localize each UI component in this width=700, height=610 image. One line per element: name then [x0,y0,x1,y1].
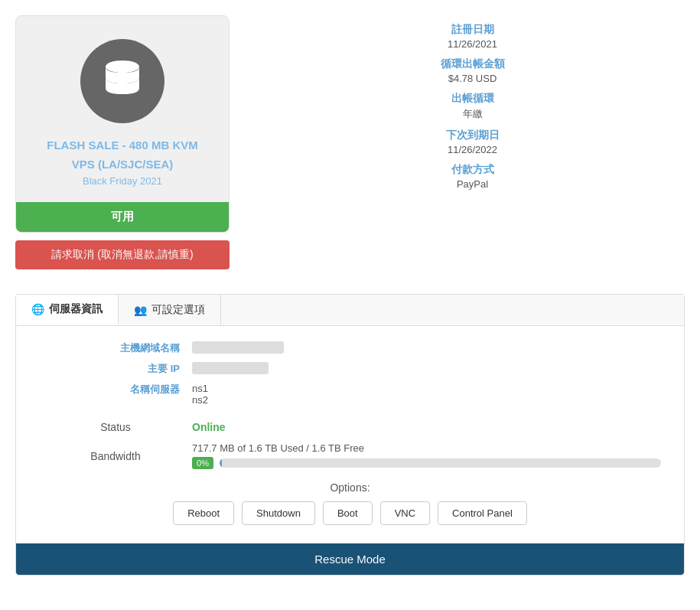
progress-bar-bg [220,458,661,468]
bandwidth-text: 717.7 MB of 1.6 TB Used / 1.6 TB Free [192,442,661,454]
top-section: FLASH SALE - 480 MB KVM VPS (LA/SJC/SEA)… [15,15,685,282]
progress-bar-wrapper: 0% [192,457,661,469]
product-subtitle: Black Friday 2021 [83,175,162,187]
hostname-blurred [192,341,284,354]
billing-cycle-value: 年繳 [260,107,685,121]
bandwidth-row: Bandwidth 717.7 MB of 1.6 TB Used / 1.6 … [39,442,661,469]
database-icon [99,57,145,106]
svg-point-0 [106,60,139,73]
boot-button[interactable]: Boot [323,501,373,525]
percent-badge: 0% [192,457,213,469]
tab-content: 主機網域名稱 主要 IP 名稱伺服器 ns1 ns2 Status Online [16,326,684,540]
product-status-bar: 可用 [16,202,229,232]
cancel-button[interactable]: 請求取消 (取消無退款,請慎重) [15,240,230,269]
progress-bar-fill [220,458,222,468]
globe-icon: 🌐 [31,303,44,315]
reboot-button[interactable]: Reboot [173,501,234,525]
tab-server-info-label: 伺服器資訊 [49,302,103,316]
nameserver-value: ns1 ns2 [192,383,661,406]
main-ip-value [192,362,661,377]
ns1-value: ns1 [192,383,661,394]
page-wrapper: FLASH SALE - 480 MB KVM VPS (LA/SJC/SEA)… [0,0,700,610]
hostname-label: 主機網域名稱 [39,341,192,356]
tab-server-info[interactable]: 🌐 伺服器資訊 [16,295,119,325]
payment-row: 付款方式 PayPal [260,163,685,190]
vnc-button[interactable]: VNC [380,501,430,525]
shutdown-button[interactable]: Shutdown [242,501,315,525]
users-icon: 👥 [134,304,147,316]
status-row: Status Online [39,421,661,433]
hostname-value [192,341,661,356]
product-name-line2: VPS (LA/SJC/SEA) [72,156,174,172]
status-value: Online [192,421,661,433]
product-name: FLASH SALE - 480 MB KVM [47,137,198,153]
product-card-top: FLASH SALE - 480 MB KVM VPS (LA/SJC/SEA)… [16,16,229,202]
next-due-value: 11/26/2022 [260,144,685,155]
payment-value: PayPal [260,178,685,190]
billing-cycle-row: 出帳循環 年繳 [260,92,685,121]
tab-config-options[interactable]: 👥 可設定選項 [119,295,221,325]
billing-amount-row: 循環出帳金額 $4.78 USD [260,57,685,84]
server-info-grid: 主機網域名稱 主要 IP 名稱伺服器 ns1 ns2 [39,341,661,406]
rescue-mode-button[interactable]: Rescue Mode [16,543,684,575]
tabs-header: 🌐 伺服器資訊 👥 可設定選項 [16,295,684,326]
tab-config-options-label: 可設定選項 [151,303,205,317]
billing-cycle-label: 出帳循環 [260,92,685,106]
product-card: FLASH SALE - 480 MB KVM VPS (LA/SJC/SEA)… [15,15,230,233]
nameserver-label: 名稱伺服器 [39,383,192,406]
next-due-label: 下次到期日 [260,129,685,142]
left-column: FLASH SALE - 480 MB KVM VPS (LA/SJC/SEA)… [15,15,230,282]
options-label: Options: [39,481,661,494]
register-date-label: 註冊日期 [260,23,685,37]
database-icon-wrapper [80,39,164,123]
options-section: Options: Reboot Shutdown Boot VNC Contro… [39,481,661,525]
status-label: Status [39,421,192,433]
billing-amount-value: $4.78 USD [260,73,685,84]
payment-label: 付款方式 [260,163,685,177]
tabs-section: 🌐 伺服器資訊 👥 可設定選項 主機網域名稱 主要 IP 名稱伺服器 [15,294,685,576]
bandwidth-label: Bandwidth [39,450,192,462]
register-date-row: 註冊日期 11/26/2021 [260,23,685,50]
billing-amount-label: 循環出帳金額 [260,57,685,71]
options-buttons: Reboot Shutdown Boot VNC Control Panel [39,501,661,525]
billing-info-section: 註冊日期 11/26/2021 循環出帳金額 $4.78 USD 出帳循環 年繳… [260,15,685,197]
bandwidth-value-col: 717.7 MB of 1.6 TB Used / 1.6 TB Free 0% [192,442,661,469]
main-ip-label: 主要 IP [39,362,192,377]
register-date-value: 11/26/2021 [260,38,685,50]
control-panel-button[interactable]: Control Panel [438,501,527,525]
next-due-row: 下次到期日 11/26/2022 [260,129,685,155]
main-ip-blurred [192,362,269,374]
ns2-value: ns2 [192,394,661,406]
